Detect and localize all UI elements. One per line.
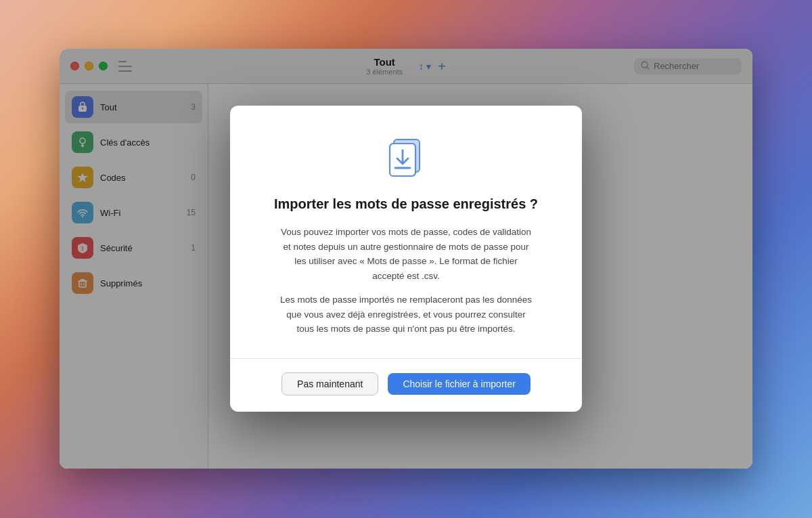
choose-file-button[interactable]: Choisir le fichier à importer bbox=[388, 373, 531, 395]
import-modal: Importer les mots de passe enregistrés ?… bbox=[230, 106, 582, 412]
modal-body: Importer les mots de passe enregistrés ?… bbox=[230, 106, 582, 358]
modal-overlay: Importer les mots de passe enregistrés ?… bbox=[60, 49, 752, 469]
import-icon bbox=[379, 133, 433, 181]
cancel-button[interactable]: Pas maintenant bbox=[281, 372, 378, 395]
app-window: Tout 3 éléments ↕ ▾ + bbox=[60, 49, 752, 469]
modal-description-1: Vous pouvez importer vos mots de passe, … bbox=[277, 225, 535, 283]
modal-description-2: Les mots de passe importés ne remplacero… bbox=[277, 293, 535, 337]
modal-title: Importer les mots de passe enregistrés ? bbox=[274, 195, 538, 213]
modal-footer: Pas maintenant Choisir le fichier à impo… bbox=[230, 359, 582, 412]
